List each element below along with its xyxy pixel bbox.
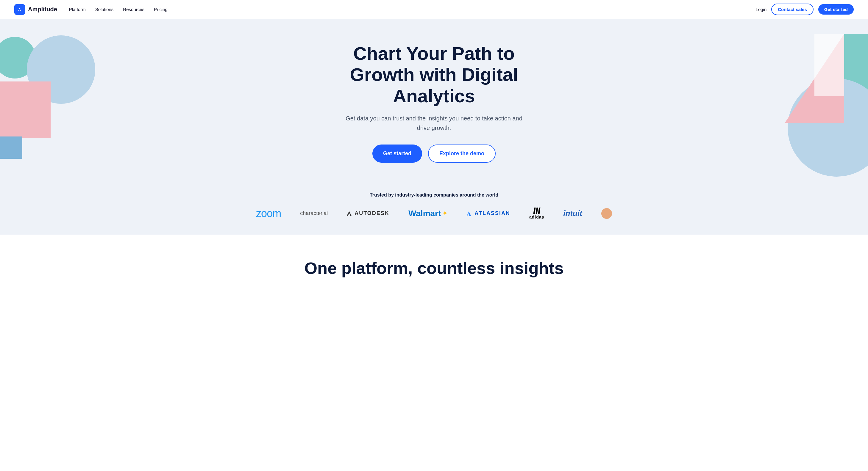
get-started-nav-button[interactable]: Get started bbox=[818, 4, 854, 14]
logos-title: Trusted by industry-leading companies ar… bbox=[18, 192, 850, 198]
hero-subtitle: Get data you can trust and the insights … bbox=[345, 113, 523, 133]
logo-characterai: character.ai bbox=[300, 210, 328, 216]
nav-resources[interactable]: Resources bbox=[123, 7, 144, 12]
logo-walmart: Walmart✦ bbox=[408, 209, 447, 218]
logo-unknown bbox=[601, 208, 612, 219]
hero-title: Chart Your Path to Growth with Digital A… bbox=[321, 43, 547, 106]
logo-icon: A bbox=[14, 4, 25, 15]
hero-explore-demo-button[interactable]: Explore the demo bbox=[428, 144, 496, 163]
logo-atlassian: ATLASSIAN bbox=[466, 210, 510, 216]
logo-text: Amplitude bbox=[28, 6, 57, 13]
login-button[interactable]: Login bbox=[756, 7, 767, 12]
logo-adidas: adidas bbox=[529, 207, 544, 220]
logo-intuit: intuit bbox=[563, 209, 582, 218]
hero-buttons: Get started Explore the demo bbox=[12, 144, 856, 163]
logos-row: zoom character.ai AUTODESK Walmart✦ bbox=[18, 207, 850, 220]
hero-section: Chart Your Path to Growth with Digital A… bbox=[0, 19, 868, 180]
hero-get-started-button[interactable]: Get started bbox=[372, 144, 422, 163]
contact-sales-button[interactable]: Contact sales bbox=[771, 4, 813, 15]
svg-text:A: A bbox=[18, 7, 21, 12]
hero-content: Chart Your Path to Growth with Digital A… bbox=[12, 43, 856, 163]
nav-platform[interactable]: Platform bbox=[69, 7, 86, 12]
svg-marker-2 bbox=[347, 211, 351, 216]
bottom-section: One platform, countless insights bbox=[0, 235, 868, 302]
navbar: A Amplitude Platform Solutions Resources… bbox=[0, 0, 868, 19]
bottom-title: One platform, countless insights bbox=[12, 259, 856, 278]
logo[interactable]: A Amplitude bbox=[14, 4, 57, 15]
nav-links: Platform Solutions Resources Pricing bbox=[69, 7, 167, 12]
nav-left: A Amplitude Platform Solutions Resources… bbox=[14, 4, 167, 15]
logos-section: Trusted by industry-leading companies ar… bbox=[0, 180, 868, 235]
logo-autodesk: AUTODESK bbox=[347, 210, 389, 216]
nav-right: Login Contact sales Get started bbox=[756, 4, 854, 15]
logo-zoom: zoom bbox=[256, 207, 281, 220]
nav-solutions[interactable]: Solutions bbox=[95, 7, 114, 12]
nav-pricing[interactable]: Pricing bbox=[154, 7, 167, 12]
